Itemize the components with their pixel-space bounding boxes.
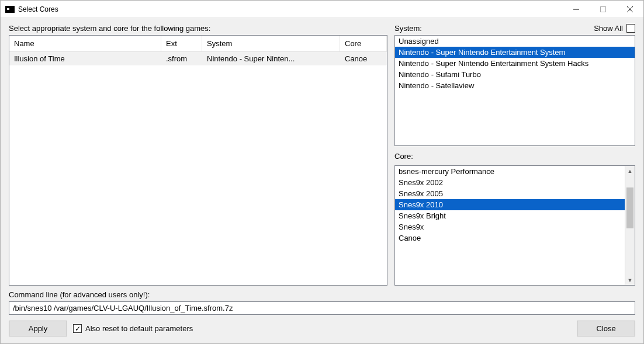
- system-label: System:: [394, 24, 422, 33]
- cell-ext: .sfrom: [161, 52, 202, 65]
- list-item[interactable]: Nintendo - Super Nintendo Entertainment …: [395, 58, 635, 69]
- games-table[interactable]: Name Ext System Core Illusion of Time.sf…: [9, 35, 387, 286]
- close-button[interactable]: Close: [577, 321, 635, 336]
- svg-rect-1: [601, 6, 606, 12]
- scroll-thumb[interactable]: [626, 187, 633, 228]
- system-label-row: System: Show All: [394, 24, 635, 33]
- table-row[interactable]: Illusion of Time.sfromNintendo - Super N…: [9, 52, 387, 65]
- bottom-button-row: Apply Also reset to default parameters C…: [9, 321, 635, 336]
- cell-name: Illusion of Time: [9, 52, 161, 65]
- show-all-label: Show All: [594, 24, 623, 33]
- apply-button[interactable]: Apply: [9, 321, 67, 336]
- minimize-button[interactable]: [563, 1, 590, 18]
- reset-defaults-checkbox[interactable]: [73, 324, 82, 333]
- command-line-input[interactable]: [9, 301, 635, 315]
- system-listbox[interactable]: UnassignedNintendo - Super Nintendo Ente…: [394, 35, 635, 146]
- cell-system: Nintendo - Super Ninten...: [202, 52, 340, 65]
- header-system[interactable]: System: [202, 36, 340, 51]
- core-label: Core:: [394, 152, 635, 161]
- right-pane: System: Show All UnassignedNintendo - Su…: [394, 24, 635, 286]
- command-line-row: Command line (for advanced users only!):: [9, 290, 635, 315]
- list-item[interactable]: Snes9x: [395, 221, 635, 232]
- table-header: Name Ext System Core: [9, 36, 387, 52]
- show-all-checkbox[interactable]: [626, 24, 635, 33]
- titlebar: Select Cores: [1, 1, 643, 18]
- list-item[interactable]: Snes9x 2005: [395, 188, 635, 199]
- minimize-icon: [573, 6, 579, 12]
- header-name[interactable]: Name: [9, 36, 161, 51]
- cell-core: Canoe: [340, 52, 387, 65]
- reset-defaults-label: Also reset to default parameters: [85, 324, 193, 333]
- window-controls: [563, 1, 643, 18]
- header-ext[interactable]: Ext: [161, 36, 202, 51]
- scroll-up-icon[interactable]: ▲: [625, 166, 635, 176]
- games-pane: Select appropriate system and core for t…: [9, 24, 387, 286]
- list-item[interactable]: Nintendo - Super Nintendo Entertainment …: [395, 47, 635, 58]
- command-line-label: Command line (for advanced users only!):: [9, 290, 635, 299]
- list-item[interactable]: Nintendo - Satellaview: [395, 80, 635, 91]
- table-body: Illusion of Time.sfromNintendo - Super N…: [9, 52, 387, 285]
- core-listbox[interactable]: bsnes-mercury PerformanceSnes9x 2002Snes…: [394, 165, 635, 286]
- list-item[interactable]: Unassigned: [395, 36, 635, 47]
- dialog-content: Select appropriate system and core for t…: [1, 18, 643, 343]
- upper-area: Select appropriate system and core for t…: [9, 24, 635, 286]
- instruction-label: Select appropriate system and core for t…: [9, 24, 387, 33]
- core-scrollbar[interactable]: ▲ ▼: [625, 166, 635, 285]
- maximize-icon: [600, 6, 606, 12]
- header-core[interactable]: Core: [340, 36, 387, 51]
- list-item[interactable]: Canoe: [395, 232, 635, 244]
- list-item[interactable]: Snes9x Bright: [395, 210, 635, 221]
- list-item[interactable]: Snes9x 2010: [395, 199, 635, 210]
- close-icon: [627, 6, 633, 12]
- list-item[interactable]: Nintendo - Sufami Turbo: [395, 69, 635, 80]
- app-icon: [5, 6, 15, 13]
- reset-defaults-group[interactable]: Also reset to default parameters: [73, 324, 193, 333]
- window-title: Select Cores: [18, 5, 563, 13]
- select-cores-window: Select Cores Select appropriate system a…: [0, 0, 644, 344]
- show-all-group[interactable]: Show All: [594, 24, 635, 33]
- close-window-button[interactable]: [617, 1, 643, 18]
- maximize-button: [590, 1, 617, 18]
- scroll-down-icon[interactable]: ▼: [625, 275, 635, 285]
- list-item[interactable]: bsnes-mercury Performance: [395, 166, 635, 177]
- list-item[interactable]: Snes9x 2002: [395, 177, 635, 188]
